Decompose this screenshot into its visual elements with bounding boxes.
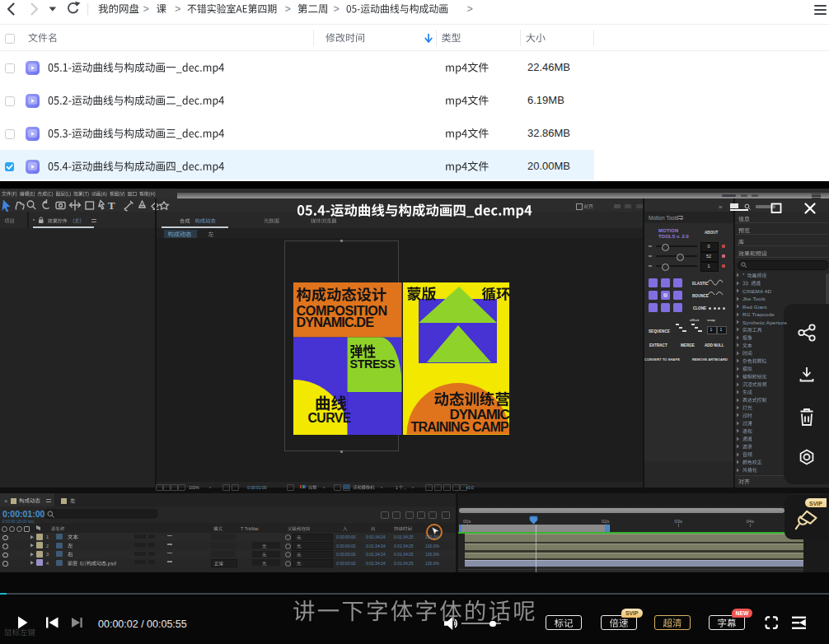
svg-text:T: T [108,199,115,212]
